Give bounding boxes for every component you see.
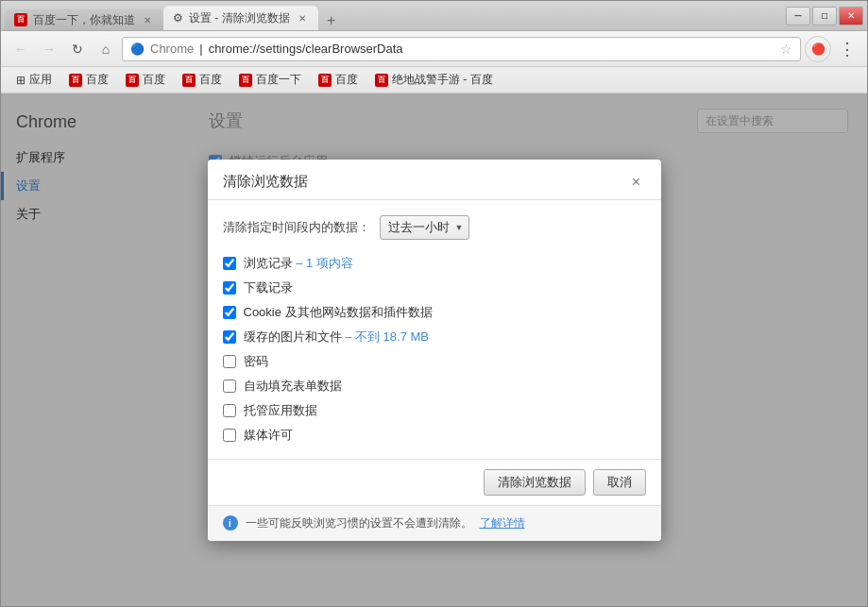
bookmark-1[interactable]: 百 百度 [61,70,116,91]
forward-btn[interactable]: → [37,37,61,61]
dialog-close-btn[interactable]: × [627,173,646,192]
passwords-label[interactable]: 密码 [244,353,268,370]
info-icon: i [223,515,238,531]
window-controls: ─ □ ✕ [786,7,863,25]
dialog-info-bar: i 一些可能反映浏览习惯的设置不会遭到清除。 了解详情 [208,505,661,541]
bookmark-5-label: 百度 [335,72,358,88]
bookmark-1-icon: 百 [69,74,82,87]
bookmark-2[interactable]: 百 百度 [118,70,173,91]
clear-browser-data-dialog: 清除浏览数据 × 清除指定时间段内的数据： 过去一小时 过去一天 过去一周 [208,160,661,541]
clear-data-btn[interactable]: 清除浏览数据 [484,469,586,496]
bookmark-4-icon: 百 [239,74,252,87]
checkbox-item-autofill: 自动填充表单数据 [223,378,646,395]
bookmark-5-icon: 百 [318,74,332,87]
address-chrome-label: Chrome [150,42,194,56]
download-history-label[interactable]: 下载记录 [244,279,293,296]
bookmark-apps-label: 应用 [29,72,52,88]
hosted-apps-label[interactable]: 托管应用数据 [244,402,317,419]
baidu-favicon-icon: 百 [14,13,27,26]
checkbox-item-cache: 缓存的图片和文件 – 不到 18.7 MB [223,329,646,346]
bookmark-2-label: 百度 [143,72,165,88]
browsing-history-checkbox[interactable] [223,257,236,270]
dialog-title: 清除浏览数据 [223,173,308,191]
apps-grid-icon: ⊞ [16,74,26,87]
cancel-btn[interactable]: 取消 [593,469,646,496]
checkbox-item-downloads: 下载记录 [223,279,646,296]
tab-1[interactable]: 百 百度一下，你就知道 ✕ [5,9,163,30]
dialog-overlay: 清除浏览数据 × 清除指定时间段内的数据： 过去一小时 过去一天 过去一周 [1,93,867,606]
bookmark-star-icon[interactable]: ☆ [780,42,792,57]
media-licenses-label[interactable]: 媒体许可 [244,427,293,444]
browsing-history-label[interactable]: 浏览记录 – 1 项内容 [244,255,353,272]
browsing-history-note: – 1 项内容 [296,256,353,270]
download-history-checkbox[interactable] [223,281,236,295]
close-btn[interactable]: ✕ [839,7,863,25]
new-tab-btn[interactable]: + [322,11,341,30]
tab-1-label: 百度一下，你就知道 [33,12,135,28]
extension-icon[interactable]: 🔴 [805,36,831,62]
cache-label[interactable]: 缓存的图片和文件 – 不到 18.7 MB [244,329,430,346]
checkbox-item-hosted-apps: 托管应用数据 [223,402,646,419]
bookmark-6[interactable]: 百 绝地战警手游 - 百度 [367,70,501,91]
checkbox-item-cookies: Cookie 及其他网站数据和插件数据 [223,304,646,321]
tab-2-close-btn[interactable]: ✕ [296,11,309,25]
tab-2[interactable]: ⚙ 设置 - 清除浏览数据 ✕ [163,6,318,30]
passwords-checkbox[interactable] [223,355,236,368]
time-period-row: 清除指定时间段内的数据： 过去一小时 过去一天 过去一周 过去四周 所有时间 [223,215,646,240]
autofill-checkbox[interactable] [223,379,236,393]
tab-2-label: 设置 - 清除浏览数据 [189,10,290,26]
cache-checkbox[interactable] [223,330,236,344]
time-period-select[interactable]: 过去一小时 过去一天 过去一周 过去四周 所有时间 [380,215,469,240]
checkbox-item-browsing: 浏览记录 – 1 项内容 [223,255,646,272]
address-bar[interactable]: 🔵 Chrome | chrome://settings/clearBrowse… [122,37,801,61]
cache-note: – 不到 18.7 MB [345,329,429,344]
address-separator: | [199,42,202,56]
refresh-btn[interactable]: ↻ [65,37,90,61]
navigation-bar: ← → ↻ ⌂ 🔵 Chrome | chrome://settings/cle… [1,31,867,67]
bookmark-1-label: 百度 [86,72,109,88]
learn-more-link[interactable]: 了解详情 [480,515,525,531]
checkbox-list: 浏览记录 – 1 项内容 下载记录 Cookie 及其他网站数据和插件数据 [223,255,646,444]
info-text: 一些可能反映浏览习惯的设置不会遭到清除。 [246,515,472,531]
tab-1-close-btn[interactable]: ✕ [141,13,154,26]
bookmark-apps[interactable]: ⊞ 应用 [9,70,60,91]
autofill-label[interactable]: 自动填充表单数据 [244,378,342,395]
home-btn[interactable]: ⌂ [94,37,118,61]
menu-btn[interactable]: ⋮ [835,37,859,61]
bookmark-4[interactable]: 百 百度一下 [231,70,309,91]
hosted-apps-checkbox[interactable] [223,404,236,417]
address-url: chrome://settings/clearBrowserData [209,42,403,56]
bookmark-4-label: 百度一下 [256,72,301,88]
bookmark-2-icon: 百 [126,74,139,87]
bookmarks-bar: ⊞ 应用 百 百度 百 百度 百 百度 百 百度一下 百 百度 百 绝地战警手游… [1,67,867,93]
cookies-checkbox[interactable] [223,306,236,319]
cookies-label[interactable]: Cookie 及其他网站数据和插件数据 [244,304,433,321]
browser-window: 百 百度一下，你就知道 ✕ ⚙ 设置 - 清除浏览数据 ✕ + ─ □ ✕ ← … [0,0,868,607]
time-period-label: 清除指定时间段内的数据： [223,219,370,236]
main-content: Chrome 扩展程序 设置 关于 设置 继续运行后台应用 启动时恢复上次浏览的… [1,93,867,606]
back-btn[interactable]: ← [9,37,33,61]
titlebar: 百 百度一下，你就知道 ✕ ⚙ 设置 - 清除浏览数据 ✕ + ─ □ ✕ [1,1,867,31]
bookmark-3-label: 百度 [199,72,222,88]
maximize-btn[interactable]: □ [812,7,837,25]
dialog-footer: 清除浏览数据 取消 [208,459,661,505]
tab-bar: 百 百度一下，你就知道 ✕ ⚙ 设置 - 清除浏览数据 ✕ + [5,1,786,30]
dialog-header: 清除浏览数据 × [208,160,661,200]
time-select-wrapper: 过去一小时 过去一天 过去一周 过去四周 所有时间 [380,215,469,240]
media-licenses-checkbox[interactable] [223,429,236,442]
minimize-btn[interactable]: ─ [786,7,810,25]
checkbox-item-passwords: 密码 [223,353,646,370]
dialog-body: 清除指定时间段内的数据： 过去一小时 过去一天 过去一周 过去四周 所有时间 [208,200,661,459]
bookmark-3-icon: 百 [182,74,196,87]
bookmark-6-icon: 百 [375,74,388,87]
bookmark-6-label: 绝地战警手游 - 百度 [392,72,493,88]
bookmark-3[interactable]: 百 百度 [175,70,230,91]
checkbox-item-media: 媒体许可 [223,427,646,444]
bookmark-5[interactable]: 百 百度 [311,70,366,91]
